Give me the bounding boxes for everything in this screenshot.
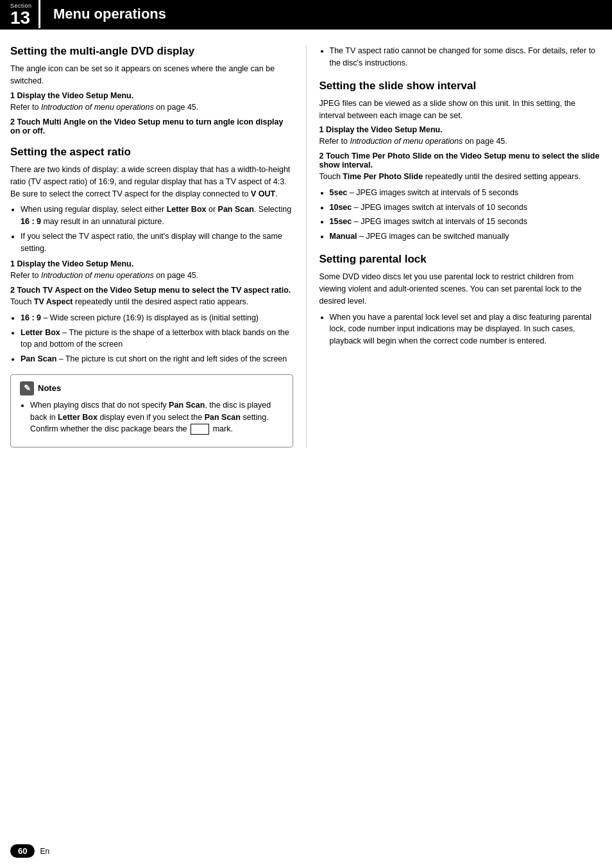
aspect-bullet-1: When using regular display, select eithe… — [21, 204, 293, 228]
aspect-step2-body: Touch TV Aspect repeatedly until the des… — [10, 296, 293, 308]
aspect-ratio-bullet-2: Letter Box – The picture is the shape of… — [21, 327, 293, 351]
notes-icon: ✎ — [20, 381, 34, 395]
multiangle-step1-link: Introduction of menu operations — [41, 103, 154, 112]
main-content: Setting the multi-angle DVD display The … — [0, 45, 612, 447]
slideshow-step1: 1 Display the Video Setup Menu. Refer to… — [319, 125, 602, 148]
right-column: The TV aspect ratio cannot be changed fo… — [307, 45, 602, 447]
header-title: Menu operations — [38, 0, 612, 28]
interval-bullet-5sec: 5sec – JPEG images switch at intervals o… — [330, 187, 602, 199]
aspect-step2: 2 Touch TV Aspect on the Video Setup men… — [10, 286, 293, 308]
notes-list: When playing discs that do not specify P… — [30, 399, 284, 435]
pan-scan-mark — [191, 424, 209, 435]
aspect-ratio-bullet-1: 16 : 9 – Wide screen picture (16:9) is d… — [21, 312, 293, 324]
aspect-ratio-bullet-3: Pan Scan – The picture is cut short on t… — [21, 353, 293, 365]
aspect-ratio-bullets: 16 : 9 – Wide screen picture (16:9) is d… — [21, 312, 293, 365]
aspect-step1-body: Refer to Introduction of menu operations… — [10, 270, 293, 282]
aspect-intro: There are two kinds of display: a wide s… — [10, 164, 293, 200]
page-number: 60 — [10, 844, 35, 858]
page: Section 13 Menu operations Setting the m… — [0, 0, 612, 868]
section-badge: Section 13 — [0, 0, 38, 28]
heading-parental: Setting parental lock — [319, 253, 602, 266]
notes-label: Notes — [38, 383, 61, 393]
aspect-step2-header: 2 Touch TV Aspect on the Video Setup men… — [10, 286, 293, 295]
parental-intro: Some DVD video discs let you use parenta… — [319, 271, 602, 307]
section-number: 13 — [10, 9, 33, 27]
heading-slideshow: Setting the slide show interval — [319, 80, 602, 92]
parental-bullets: When you have a parental lock level set … — [330, 311, 602, 347]
aspect-bullets: When using regular display, select eithe… — [21, 204, 293, 254]
multiangle-step2-header: 2 Touch Multi Angle on the Video Setup m… — [10, 117, 293, 135]
interval-bullet-manual: Manual – JPEG images can be switched man… — [330, 230, 602, 243]
aspect-bullet-2: If you select the TV aspect ratio, the u… — [21, 230, 293, 255]
page-footer: 60 En — [0, 844, 612, 858]
notes-box: ✎ Notes When playing discs that do not s… — [10, 374, 293, 447]
multiangle-step1: 1 Display the Video Setup Menu. Refer to… — [10, 91, 293, 114]
notes-item-1: When playing discs that do not specify P… — [30, 399, 284, 435]
slideshow-step1-body: Refer to Introduction of menu operations… — [319, 135, 602, 148]
right-top-bullets: The TV aspect ratio cannot be changed fo… — [330, 45, 602, 69]
slideshow-step2: 2 Touch Time Per Photo Slide on the Vide… — [319, 152, 602, 183]
slideshow-intro: JPEG files can be viewed as a slide show… — [319, 98, 602, 122]
aspect-step1-header: 1 Display the Video Setup Menu. — [10, 259, 293, 268]
slideshow-step2-header: 2 Touch Time Per Photo Slide on the Vide… — [319, 152, 602, 169]
multiangle-step2: 2 Touch Multi Angle on the Video Setup m… — [10, 117, 293, 135]
heading-aspect: Setting the aspect ratio — [10, 146, 293, 159]
slideshow-step1-header: 1 Display the Video Setup Menu. — [319, 125, 602, 134]
multiangle-step1-body: Refer to Introduction of menu operations… — [10, 101, 293, 114]
multiangle-intro: The angle icon can be set so it appears … — [10, 63, 293, 87]
parental-bullet-1: When you have a parental lock level set … — [330, 311, 602, 347]
left-column: Setting the multi-angle DVD display The … — [10, 45, 307, 447]
notes-header: ✎ Notes — [20, 381, 284, 395]
aspect-step1: 1 Display the Video Setup Menu. Refer to… — [10, 259, 293, 282]
footer-language: En — [40, 847, 49, 856]
right-top-bullet-1: The TV aspect ratio cannot be changed fo… — [330, 45, 602, 69]
heading-multiangle: Setting the multi-angle DVD display — [10, 45, 293, 58]
interval-bullet-15sec: 15sec – JPEG images switch at intervals … — [330, 216, 602, 228]
interval-bullet-10sec: 10sec – JPEG images switch at intervals … — [330, 202, 602, 214]
page-header: Section 13 Menu operations — [0, 0, 612, 30]
slideshow-step2-body: Touch Time Per Photo Slide repeatedly un… — [319, 171, 602, 183]
multiangle-step1-header: 1 Display the Video Setup Menu. — [10, 91, 293, 100]
interval-bullets: 5sec – JPEG images switch at intervals o… — [330, 187, 602, 243]
